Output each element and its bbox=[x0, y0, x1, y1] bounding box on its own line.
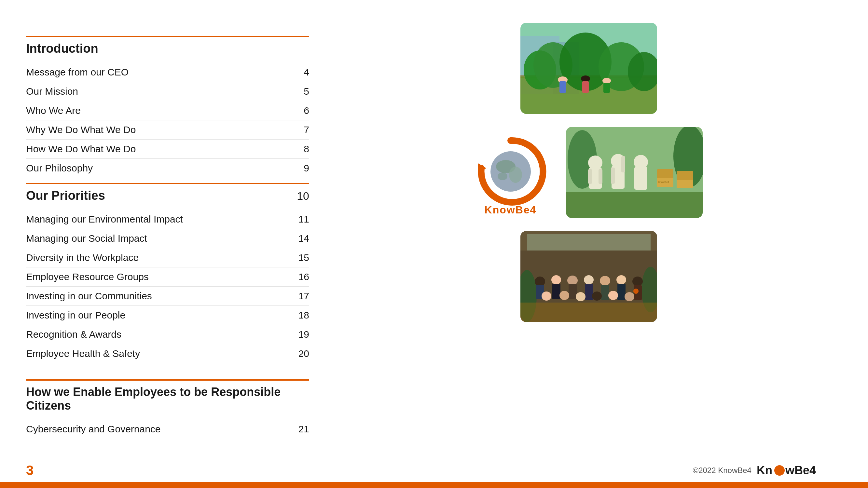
svg-rect-31 bbox=[588, 169, 592, 184]
toc-row-communities: Investing in our Communities 17 bbox=[26, 287, 309, 306]
photo-garden bbox=[520, 23, 657, 114]
toc-num-people: 18 bbox=[299, 310, 309, 321]
toc-label-ceo: Message from our CEO bbox=[26, 67, 129, 78]
toc-num-how: 8 bbox=[304, 143, 309, 155]
toc-row-how: How We Do What We Do 8 bbox=[26, 139, 309, 159]
photo-beekeepers: KnowBe4 bbox=[566, 127, 703, 218]
beekeepers-svg: KnowBe4 bbox=[566, 127, 703, 218]
svg-rect-13 bbox=[582, 82, 589, 93]
toc-label-people: Investing in our People bbox=[26, 310, 125, 321]
priorities-title: Our Priorities bbox=[26, 189, 105, 203]
toc-label-communities: Investing in our Communities bbox=[26, 291, 152, 301]
svg-point-62 bbox=[576, 292, 586, 301]
introduction-header: Introduction bbox=[26, 36, 309, 56]
svg-rect-55 bbox=[601, 285, 609, 300]
photo-group bbox=[520, 231, 657, 322]
copyright-logo-area: ©2022 KnowBe4 Kn wBe4 bbox=[692, 464, 816, 477]
svg-rect-38 bbox=[634, 167, 647, 190]
priorities-page: 10 bbox=[297, 190, 309, 202]
priorities-section: Our Priorities 10 Managing our Environme… bbox=[26, 183, 309, 363]
toc-num-erg: 16 bbox=[299, 271, 309, 282]
svg-rect-42 bbox=[527, 234, 651, 251]
svg-point-14 bbox=[602, 78, 611, 84]
toc-label-how: How We Do What We Do bbox=[26, 143, 136, 155]
svg-rect-15 bbox=[603, 83, 610, 93]
toc-row-who: Who We Are 6 bbox=[26, 101, 309, 120]
toc-num-social: 14 bbox=[299, 233, 309, 244]
toc-num-philosophy: 9 bbox=[304, 163, 309, 174]
main-container: Introduction Message from our CEO 4 Our … bbox=[0, 0, 868, 488]
svg-rect-53 bbox=[585, 284, 593, 300]
svg-rect-57 bbox=[617, 284, 625, 300]
toc-label-recognition: Recognition & Awards bbox=[26, 329, 121, 340]
page-number: 3 bbox=[26, 463, 33, 478]
knowbe4-wordmark: Kn wBe4 bbox=[757, 464, 816, 477]
toc-row-people: Investing in our People 18 bbox=[26, 306, 309, 325]
svg-point-12 bbox=[581, 75, 590, 82]
svg-rect-35 bbox=[611, 167, 615, 184]
svg-point-63 bbox=[592, 292, 602, 301]
svg-point-67 bbox=[774, 465, 785, 476]
enable-section: How we Enable Employees to be Responsibl… bbox=[26, 373, 309, 438]
toc-row-why: Why We Do What We Do 7 bbox=[26, 120, 309, 139]
toc-num-ceo: 4 bbox=[304, 67, 309, 78]
toc-row-erg: Employee Resource Groups 16 bbox=[26, 267, 309, 287]
toc-num-why: 7 bbox=[304, 124, 309, 135]
introduction-section: Introduction Message from our CEO 4 Our … bbox=[26, 26, 309, 180]
introduction-rows: Message from our CEO 4 Our Mission 5 Who… bbox=[26, 63, 309, 177]
toc-row-social: Managing our Social Impact 14 bbox=[26, 229, 309, 248]
toc-row-health: Employee Health & Safety 20 bbox=[26, 344, 309, 363]
enable-header: How we Enable Employees to be Responsibl… bbox=[26, 379, 309, 413]
svg-rect-27 bbox=[677, 179, 693, 188]
toc-row-env: Managing our Environmental Impact 11 bbox=[26, 210, 309, 229]
svg-point-58 bbox=[632, 276, 643, 286]
knowbe4-logo-circle bbox=[475, 136, 547, 207]
svg-rect-36 bbox=[621, 156, 625, 172]
garden-svg bbox=[520, 23, 657, 114]
toc-num-env: 11 bbox=[299, 214, 309, 225]
toc-label-philosophy: Our Philosophy bbox=[26, 163, 93, 174]
svg-point-66 bbox=[633, 289, 639, 294]
toc-num-diversity: 15 bbox=[299, 252, 309, 263]
toc-label-who: Who We Are bbox=[26, 105, 81, 116]
svg-point-56 bbox=[616, 275, 626, 284]
bottom-bar bbox=[0, 482, 868, 488]
right-panel: KnowBe4 bbox=[335, 20, 842, 468]
toc-label-why: Why We Do What We Do bbox=[26, 124, 136, 135]
svg-rect-49 bbox=[552, 284, 560, 299]
svg-rect-26 bbox=[657, 169, 673, 178]
svg-point-19 bbox=[509, 167, 522, 183]
svg-rect-22 bbox=[566, 192, 703, 218]
toc-label-health: Employee Health & Safety bbox=[26, 348, 140, 359]
left-panel: Introduction Message from our CEO 4 Our … bbox=[26, 20, 309, 468]
toc-num-who: 6 bbox=[304, 105, 309, 116]
svg-rect-45 bbox=[520, 302, 657, 322]
toc-label-cyber: Cybersecurity and Governance bbox=[26, 424, 161, 435]
svg-point-50 bbox=[567, 275, 578, 285]
knowbe4-logo-container: KnowBe4 bbox=[475, 136, 547, 216]
toc-num-health: 20 bbox=[299, 348, 309, 359]
toc-row-mission: Our Mission 5 bbox=[26, 82, 309, 101]
toc-label-mission: Our Mission bbox=[26, 86, 78, 97]
bottom-info: 3 ©2022 KnowBe4 Kn wBe4 bbox=[0, 463, 842, 478]
toc-label-diversity: Diversity in the Workplace bbox=[26, 252, 138, 263]
knowbe4-circle-icon bbox=[774, 464, 785, 476]
toc-num-cyber: 21 bbox=[299, 424, 309, 435]
svg-point-20 bbox=[498, 172, 507, 180]
toc-row-philosophy: Our Philosophy 9 bbox=[26, 159, 309, 177]
svg-rect-32 bbox=[598, 169, 602, 184]
toc-row-diversity: Diversity in the Workplace 15 bbox=[26, 248, 309, 267]
knowbe4-know: Kn bbox=[757, 464, 772, 477]
svg-rect-51 bbox=[568, 284, 577, 299]
toc-num-communities: 17 bbox=[299, 291, 309, 301]
svg-point-60 bbox=[541, 292, 551, 301]
copyright-text: ©2022 KnowBe4 bbox=[692, 466, 751, 475]
priorities-rows: Managing our Environmental Impact 11 Man… bbox=[26, 210, 309, 363]
svg-point-52 bbox=[584, 275, 594, 284]
toc-row-ceo: Message from our CEO 4 bbox=[26, 63, 309, 82]
toc-num-mission: 5 bbox=[304, 86, 309, 97]
middle-row: KnowBe4 bbox=[475, 127, 703, 218]
knowbe4-wbe4: wBe4 bbox=[785, 464, 816, 477]
svg-rect-11 bbox=[559, 82, 566, 93]
group-svg bbox=[520, 231, 657, 322]
